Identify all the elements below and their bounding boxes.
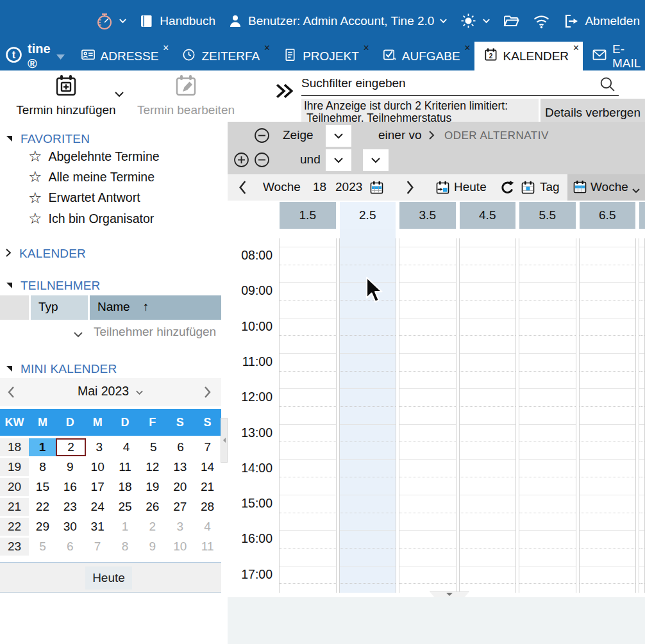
minical-day-cell[interactable]: 30 [56,518,84,536]
week-number[interactable]: 18 [313,180,326,194]
minical-day-cell[interactable]: 13 [166,458,194,476]
minical-day-cell[interactable]: 9 [56,458,84,476]
close-tab-icon[interactable]: × [573,43,579,53]
minical-day-cell[interactable]: 26 [138,498,166,516]
attendees-section-header[interactable]: TEILNEHMER [0,277,221,294]
day-view-button[interactable]: Tag [540,180,560,194]
week-number-cell[interactable]: 23 [0,538,29,556]
minical-day-cell[interactable]: 20 [166,478,194,496]
filter-operator-label[interactable]: einer vo [378,128,422,142]
minical-day-cell[interactable]: 2 [138,518,166,536]
tine-home-menu[interactable]: t tine ® [0,42,72,70]
theme-menu[interactable] [460,12,490,29]
sidebar-collapse-handle[interactable] [221,418,228,463]
minical-day-cell[interactable]: 16 [56,478,84,496]
close-tab-icon[interactable]: × [464,43,470,53]
prev-week-chevron[interactable] [237,179,248,198]
minical-day-cell[interactable]: 7 [194,438,221,456]
handbuch-link[interactable]: Handbuch [139,13,215,29]
minical-month-button[interactable]: Mai 2023 [0,384,221,399]
minical-day-cell[interactable]: 7 [84,538,112,556]
day-header-cell[interactable]: 1.5 [280,202,336,229]
search-input[interactable] [301,73,593,94]
minical-day-cell[interactable]: 4 [194,518,221,536]
minical-day-cell[interactable]: 14 [194,458,221,476]
minical-day-cell[interactable]: 21 [194,478,221,496]
day-header-cell[interactable]: 5.5 [519,202,576,229]
minical-day-cell[interactable]: 1 [29,438,56,456]
minical-day-cell[interactable]: 6 [167,438,194,456]
folder-button[interactable] [503,13,520,29]
calendars-section-header[interactable]: KALENDER [0,245,221,262]
minical-day-cell[interactable]: 22 [29,498,56,516]
minical-day-cell[interactable]: 24 [84,498,112,516]
minical-day-cell[interactable]: 27 [166,498,194,516]
tab-projekt[interactable]: PROJEKT× [274,42,373,70]
tab-adresse[interactable]: ADRESSE× [72,42,173,70]
minical-day-cell[interactable]: 8 [29,458,56,476]
add-filter-icon[interactable] [233,151,250,171]
minical-day-cell[interactable]: 15 [29,478,56,496]
minical-day-cell[interactable]: 31 [84,518,112,536]
minical-day-cell[interactable]: 6 [56,538,84,556]
day-header-cell[interactable]: 4.5 [460,202,516,229]
grid-day-column[interactable] [579,238,637,593]
minical-day-cell[interactable]: 1 [112,518,139,536]
week-number-cell[interactable]: 19 [0,458,29,476]
edit-appointment-button[interactable]: Termin bearbeiten [128,73,244,117]
grid-day-column[interactable] [399,238,457,593]
add-attendee-row[interactable]: Teilnehmer hinzufügen [0,324,221,342]
day-header-cell[interactable]: 6.5 [580,202,636,229]
day-view-icon[interactable] [521,181,535,197]
minical-day-cell[interactable]: 3 [86,438,113,456]
expand-alternative-chevron[interactable] [428,129,435,144]
attendees-name-column[interactable]: Name↑ [90,295,221,320]
logout-button[interactable]: Abmelden [563,13,640,29]
tab-kalender[interactable]: 2KALENDER× [474,42,583,70]
minical-day-cell[interactable]: 19 [138,478,166,496]
date-picker-icon[interactable] [370,181,383,197]
minical-day-cell[interactable]: 28 [194,498,221,516]
next-week-chevron[interactable] [405,179,415,198]
minical-day-cell[interactable]: 4 [113,438,140,456]
close-tab-icon[interactable]: × [363,43,369,53]
network-button[interactable] [532,13,551,29]
week-time-grid[interactable]: 08:0009:0010:0011:0012:0013:0014:0015:00… [228,238,645,593]
grid-day-column[interactable] [459,238,517,593]
remove-filter-icon[interactable] [253,127,271,147]
filter-value-combo[interactable] [363,149,389,171]
day-header-cell[interactable]: 3.5 [399,202,456,229]
grid-day-column[interactable] [519,238,576,593]
tab-aufgabe[interactable]: AUFGABE× [373,42,474,70]
user-menu[interactable]: Benutzer: Admin Account, Tine 2.0 [228,13,448,29]
favorite-item[interactable]: ☆Alle meine Termine [28,167,155,187]
filter-field-combo[interactable] [326,125,351,147]
minical-day-cell[interactable]: 10 [166,538,194,556]
week-number-cell[interactable]: 18 [0,438,29,456]
next-month-chevron[interactable] [202,385,212,402]
timer-menu[interactable] [94,12,127,31]
add-appointment-menu-chevron[interactable] [114,88,124,100]
minical-today-button[interactable]: Heute [85,566,132,590]
panel-collapse-tab[interactable] [430,591,469,597]
grid-column-partial[interactable] [639,238,645,593]
search-icon[interactable] [599,76,616,95]
year-label[interactable]: 2023 [335,180,362,194]
refresh-icon[interactable] [499,179,515,198]
today-icon[interactable] [436,181,449,197]
minical-day-cell[interactable]: 25 [112,498,139,516]
minical-day-cell[interactable]: 17 [84,478,112,496]
close-tab-icon[interactable]: × [264,43,270,53]
filter-field-combo[interactable] [326,149,351,171]
add-appointment-button[interactable]: Termin hinzufügen [5,73,127,117]
close-tab-icon[interactable]: × [163,43,169,53]
minical-day-cell[interactable]: 29 [29,518,56,536]
tab-zeiterfa[interactable]: ZEITERFA× [172,42,274,70]
attendees-type-column[interactable]: Typ [31,295,88,320]
minical-day-cell[interactable]: 23 [56,498,84,516]
minical-day-cell[interactable]: 10 [84,458,112,476]
toolbar-overflow-button[interactable] [274,81,295,104]
minical-day-cell[interactable]: 11 [194,538,221,556]
minical-section-header[interactable]: MINI KALENDER [0,361,221,377]
tab-e-mail[interactable]: E-MAIL× [583,42,645,70]
